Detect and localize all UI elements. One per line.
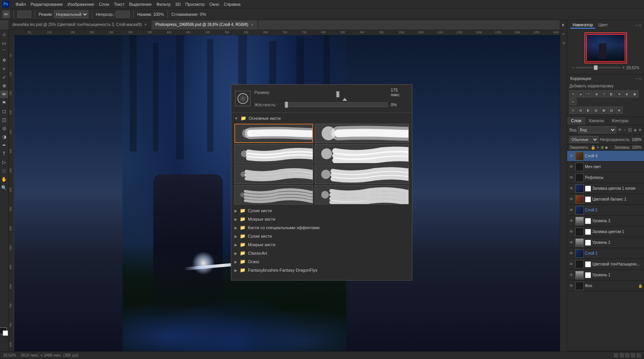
zoom-slider-thumb[interactable]: [594, 65, 598, 70]
tab-devushka[interactable]: devushka les.psd @ 25% (Цветовой тон/Нас…: [8, 20, 151, 29]
corr-selective-icon[interactable]: ▦: [600, 107, 607, 114]
expand-right-icon[interactable]: ▶: [561, 22, 567, 28]
layer-row-level1[interactable]: 👁 Уровень 1: [567, 270, 644, 281]
layer-row-sloi1[interactable]: 👁 Слой 1: [567, 248, 644, 259]
corr-bw-icon[interactable]: ◐: [624, 90, 630, 97]
history-right-icon[interactable]: ⟲: [561, 40, 567, 46]
blur-tool[interactable]: ◎: [0, 124, 8, 132]
zoom-tool[interactable]: 🔍: [0, 184, 8, 192]
lock-pixel-icon[interactable]: 🔒: [591, 145, 595, 150]
menu-window[interactable]: Окно: [209, 2, 219, 7]
text-tool[interactable]: T: [0, 150, 8, 158]
category-classicart-header[interactable]: ▶ 📁 ClassicArt: [231, 249, 412, 257]
menu-view[interactable]: Просмотр: [185, 2, 205, 7]
menu-image[interactable]: Изображение: [68, 2, 94, 7]
menu-help[interactable]: Справка: [224, 2, 241, 7]
rectangle-select-tool[interactable]: ▭: [0, 39, 8, 47]
layer-row-mech[interactable]: 👁 Меч свет: [567, 162, 644, 172]
layers-tab[interactable]: Слои: [567, 117, 585, 125]
lock-pos-icon[interactable]: +: [597, 145, 599, 150]
mode-select[interactable]: Нормальный: [54, 10, 88, 18]
zoom-slider[interactable]: [576, 67, 620, 68]
layer-row-level2[interactable]: 👁 Уровень 2: [567, 237, 644, 248]
shape-tool[interactable]: □: [0, 167, 8, 175]
layer-row-zaliv1[interactable]: 👁 Заливка цветом 1: [567, 226, 644, 237]
brush-item-1[interactable]: [234, 124, 313, 143]
category-grass-header[interactable]: ▶ 📁 Grass: [231, 258, 412, 265]
corr-brightness-icon[interactable]: ☀: [569, 90, 576, 97]
lock-art-icon[interactable]: ⊕: [601, 145, 604, 150]
brush-item-2[interactable]: [234, 144, 313, 163]
paths-tab[interactable]: Контуры: [608, 117, 632, 125]
healing-brush-tool[interactable]: ⊕: [0, 82, 8, 90]
corr-exposure-icon[interactable]: ◑: [593, 90, 600, 97]
filter-effect-icon[interactable]: ✦: [638, 128, 642, 133]
brush-size-input[interactable]: 175: [17, 11, 31, 18]
corr-photfilter-icon[interactable]: ▣: [631, 90, 638, 97]
lasso-tool[interactable]: ⌒: [0, 48, 8, 56]
brush-tool[interactable]: ✏: [0, 90, 8, 98]
brush-item-4[interactable]: [234, 185, 313, 204]
correction-max-icon[interactable]: □: [639, 77, 641, 81]
category-basic-header[interactable]: ▼ 📁 Основные кисти: [231, 114, 412, 122]
tab-photoxpress-close[interactable]: ✕: [251, 23, 254, 27]
layer-eye-sloi4[interactable]: 👁: [569, 153, 574, 159]
fg-bg-colors[interactable]: [0, 327, 10, 338]
pen-tool[interactable]: ✒: [0, 141, 8, 149]
category-dry2-header[interactable]: ▶ 📁 Сухие кисти: [231, 232, 412, 240]
background-color[interactable]: [3, 330, 8, 336]
layer-row-refleksy[interactable]: 👁 Рефлексы: [567, 172, 644, 183]
filter-chain-icon[interactable]: ⛓: [628, 128, 632, 132]
corr-hsl-icon[interactable]: ◧: [608, 90, 615, 97]
clone-stamp-tool[interactable]: ⚑: [0, 99, 8, 107]
corr-gradient-icon[interactable]: ▥: [593, 107, 600, 114]
menu-edit[interactable]: Редактирование: [31, 2, 63, 7]
opacity-input[interactable]: 19%: [116, 11, 130, 18]
brush-item-3[interactable]: [234, 165, 313, 184]
dodge-tool[interactable]: ◑: [0, 133, 8, 141]
layer-eye-level1[interactable]: 👁: [569, 272, 574, 278]
filter-color-icon[interactable]: ◈: [634, 128, 637, 133]
filter-eye-icon[interactable]: 👁: [618, 128, 622, 132]
channels-tab[interactable]: Каналы: [585, 117, 608, 125]
layer-eye-level3[interactable]: 👁: [569, 218, 574, 224]
menu-select[interactable]: Выделение: [129, 2, 152, 7]
layers-list[interactable]: 👁 Слой 4 👁 Меч свет 👁 Рефлексы 👁: [567, 151, 644, 351]
category-fantasy-header[interactable]: ▶ 📁 Fantasybrushes-Fantasy DragonFlys: [231, 266, 412, 274]
eyedropper-tool[interactable]: ✓: [0, 73, 8, 81]
category-wet1-header[interactable]: ▶ 📁 Мокрые кисти: [231, 215, 412, 223]
category-special-header[interactable]: ▶ 📁 Кисти со специальными эффектами: [231, 224, 412, 231]
navigator-max-icon[interactable]: □: [639, 23, 641, 27]
blend-mode-select[interactable]: Обычные: [569, 136, 598, 143]
layer-row-colorbalance[interactable]: 👁 Цветовой баланс 1: [567, 194, 644, 205]
layer-row-level3[interactable]: 👁 Уровень 3: [567, 216, 644, 226]
corr-posterize-icon[interactable]: ▤: [577, 107, 584, 114]
corr-solid-icon[interactable]: ■: [616, 107, 623, 114]
layer-eye-refleksy[interactable]: 👁: [569, 175, 574, 180]
layer-eye-sloi2[interactable]: 👁: [569, 208, 574, 213]
corr-levels-icon[interactable]: ▲: [577, 90, 584, 97]
corr-pattern-icon[interactable]: ▧: [608, 107, 615, 114]
layer-eye-sloi1[interactable]: 👁: [569, 251, 574, 256]
brush-item-r2[interactable]: [315, 144, 409, 163]
navigator-min-icon[interactable]: −: [635, 23, 637, 27]
layer-eye-colorbalance[interactable]: 👁: [569, 197, 574, 202]
move-tool[interactable]: ⊹: [0, 31, 8, 39]
correction-min-icon[interactable]: −: [635, 77, 637, 81]
menu-layer[interactable]: Слои: [99, 2, 109, 7]
corr-vibrance-icon[interactable]: ⬡: [600, 90, 607, 97]
hand-tool[interactable]: ✋: [0, 175, 8, 183]
layer-row-bg[interactable]: 👁 Фон 🔒: [567, 281, 644, 291]
layer-eye-bg[interactable]: 👁: [569, 283, 574, 289]
tab-color[interactable]: Цвет: [596, 22, 610, 29]
brush-item-r4[interactable]: [315, 185, 409, 204]
tab-photoxpress[interactable]: Photoxpress_1968506.psd @ 28,8% (Слой 4,…: [151, 20, 258, 29]
layer-eye-zaliv-copy[interactable]: 👁: [569, 186, 574, 191]
menu-file[interactable]: Файл: [15, 2, 26, 7]
layer-eye-level2[interactable]: 👁: [569, 240, 574, 245]
zoom-plus-icon[interactable]: +: [622, 65, 625, 70]
corr-curves-icon[interactable]: 〜: [585, 90, 592, 97]
corr-threshold-icon[interactable]: ◧: [585, 107, 592, 114]
size-slider-thumb[interactable]: [336, 91, 339, 97]
layer-row-zaliv-copy[interactable]: 👁 Заливка цветом 1 копия: [567, 183, 644, 194]
